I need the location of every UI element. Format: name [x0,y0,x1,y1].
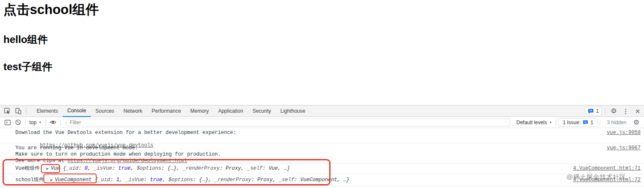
more-options-icon[interactable]: ⋮ [620,105,631,117]
message-text: See more tips at [15,158,67,164]
preview-token: , [162,177,168,183]
preview-token: , [241,165,247,171]
toolbar-divider-5 [600,119,600,126]
preview-token: _renderProxy [183,165,219,171]
preview-token: , [131,165,137,171]
preview-token: , …} [278,165,290,171]
tab-security[interactable]: Security [248,105,276,117]
constructor-name: VueComponent [55,177,95,183]
preview-token: : [262,165,268,171]
preview-token: _uid [66,165,78,171]
context-selector[interactable]: top ▼ [28,120,43,125]
issues-count: 1 [596,108,599,114]
preview-token: _self [247,165,262,171]
issues-icon [583,120,588,125]
toolbar-divider-4 [556,119,556,126]
devtools-tab-strip: ElementsConsoleSourcesNetworkPerformance… [32,105,310,117]
toolbar-divider-1 [25,119,26,126]
issues-button-label: 1 Issue: [563,120,581,125]
message-text: Download the Vue Devtools extension for … [15,130,236,136]
message-text: Make sure to turn on production mode whe… [15,151,221,157]
preview-token: _isVue [126,177,144,183]
preview-token: : [251,177,257,183]
console-message-vue-root: Vue根组件 ▶Vue {_uid: 0, _isVue: true, $opt… [0,164,644,174]
settings-gear-icon[interactable]: ⚙ [608,105,619,117]
tab-elements[interactable]: Elements [32,105,63,117]
log-levels-selector[interactable]: Default levels ▼ [515,120,554,125]
tab-console[interactable]: Console [63,105,91,117]
issues-button[interactable]: 1 Issue: 1 [558,118,598,127]
preview-token: : [144,177,150,183]
hidden-messages-label: 3 hidden [607,120,627,125]
preview-token: true [118,165,131,171]
tab-performance[interactable]: Performance [147,105,186,117]
log-label: Vue根组件 [15,165,43,171]
preview-token: _isVue [94,165,112,171]
tabbar-right-divider [605,108,605,114]
console-sidebar-icon[interactable] [3,117,13,128]
object-preview: VueComponent {_uid: 1, _isVue: true, $op… [55,177,349,183]
preview-token: : [219,165,225,171]
tab-network[interactable]: Network [119,105,147,117]
console-message-school-component: school组件 ▶VueComponent {_uid: 1, _isVue:… [0,174,644,186]
tabbar-right-controls: 1 ⚙ ⋮ ✕ [585,105,644,117]
constructor-name: Vue [51,165,63,171]
expand-arrow-icon[interactable]: ▶ [46,167,49,171]
tab-memory[interactable]: Memory [186,105,213,117]
preview-token: : [112,165,118,171]
test-component-heading: test子组件 [3,61,644,72]
preview-token: , [273,177,279,183]
object-preview: Vue {_uid: 0, _isVue: true, $options: {…… [51,165,290,171]
devtools-tabbar: ElementsConsoleSourcesNetworkPerformance… [0,105,644,117]
console-prompt[interactable]: > [0,186,644,188]
preview-token: : [78,165,84,171]
page-title: 点击school组件 [3,3,644,17]
source-link[interactable]: vue.js:9058 [607,128,644,143]
preview-token: Proxy [226,165,241,171]
preview-token: , [119,177,125,183]
live-expression-eye-icon[interactable] [48,117,58,128]
console-message-dev-mode: You are running Vue in development mode.… [0,143,644,164]
preview-token: $options [168,177,193,183]
log-levels-label: Default levels [516,120,547,125]
issues-button-count: 1 [590,120,593,125]
preview-token: Proxy [257,177,273,183]
chevron-down-icon: ▼ [39,121,42,124]
source-link[interactable]: vue.js:9067 [607,143,644,163]
log-label: school组件 [15,177,47,183]
preview-token: _renderProxy [214,177,251,183]
console-toolbar: top ▼ Default levels ▼ 1 Issue: 1 [0,117,644,128]
preview-token: { [95,177,98,183]
devtools-panel: ElementsConsoleSourcesNetworkPerformance… [0,105,644,188]
context-label: top [29,120,37,125]
device-toolbar-icon[interactable] [13,105,24,117]
console-messages: Download the Vue Devtools extension for … [0,128,644,188]
clear-console-icon[interactable] [13,117,23,128]
source-link[interactable]: 4.VueComponent.html:71 [573,164,644,174]
tab-application[interactable]: Application [213,105,248,117]
preview-token: _uid [98,177,110,183]
preview-token: 1 [116,177,119,183]
toolbar-divider-2 [46,119,46,126]
console-filter-input[interactable] [66,119,511,126]
source-link[interactable]: 4.VueComponent.html:72 [573,174,644,185]
chevron-down-icon: ▼ [549,121,552,124]
preview-token: : [294,177,300,183]
console-settings-gear-icon[interactable]: ⚙ [631,117,641,128]
preview-token: true [150,177,162,183]
toolbar-divider-3 [60,119,61,126]
tab-sources[interactable]: Sources [91,105,119,117]
deployment-tips-link[interactable]: https://vuejs.org/guide/deployment.html [67,158,187,164]
expand-arrow-icon[interactable]: ▶ [50,178,52,182]
preview-token: : [110,177,116,183]
preview-token: : {…}, [161,165,183,171]
close-devtools-icon[interactable]: ✕ [632,105,643,117]
inspect-element-icon[interactable] [2,105,13,117]
preview-token: Vue [269,165,278,171]
tab-lighthouse[interactable]: Lighthouse [276,105,310,117]
message-text: You are running Vue in development mode. [15,145,138,151]
hello-component-heading: hello组件 [3,34,644,45]
preview-token: VueComponent [300,177,337,183]
preview-token: : {…}, [193,177,214,183]
issues-counter-button[interactable]: 1 [585,107,602,115]
